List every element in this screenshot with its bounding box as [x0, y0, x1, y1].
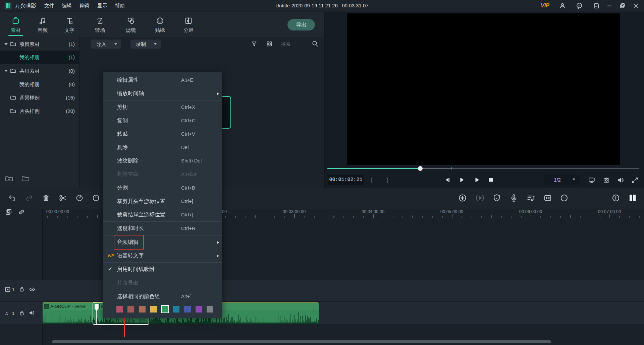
- tab-text[interactable]: 文字: [56, 16, 83, 33]
- menu-item-zoom-timeline[interactable]: 缩放时间轴: [103, 87, 222, 100]
- undo-icon[interactable]: [8, 194, 16, 202]
- new-folder-icon[interactable]: [5, 175, 13, 182]
- tree-item-background-samples[interactable]: 背景样例 (15): [0, 91, 79, 104]
- add-to-timeline-icon[interactable]: [5, 208, 12, 216]
- color-swatch[interactable]: [150, 306, 157, 313]
- close-button[interactable]: [633, 2, 640, 9]
- voiceover-mic-icon[interactable]: [509, 194, 518, 202]
- seek-bar[interactable]: [327, 168, 639, 169]
- snapshot-icon[interactable]: [603, 177, 610, 184]
- color-swatch[interactable]: [127, 306, 134, 313]
- fullscreen-icon[interactable]: [631, 177, 639, 184]
- grid-view-icon[interactable]: [266, 41, 273, 47]
- search-input[interactable]: [281, 40, 308, 48]
- next-frame-button[interactable]: [459, 177, 465, 183]
- search-icon[interactable]: [311, 40, 319, 47]
- color-swatch[interactable]: [173, 306, 179, 313]
- menu-item-speech-to-text[interactable]: VIP 语音转文字: [103, 249, 222, 262]
- playhead-line[interactable]: [124, 318, 125, 337]
- caret-down-icon[interactable]: [4, 43, 8, 45]
- menu-help[interactable]: 帮助: [115, 3, 125, 9]
- audio-clip[interactable]: ♫A-GROUP - Verve: [43, 302, 93, 324]
- menu-edit[interactable]: 编辑: [62, 3, 72, 9]
- menu-item-split[interactable]: 分割 Ctrl+B: [103, 181, 222, 195]
- import-button[interactable]: 导入: [91, 40, 121, 49]
- split-scissors-icon[interactable]: [59, 194, 67, 202]
- menu-item-copy[interactable]: 复制 Ctrl+C: [103, 114, 222, 127]
- menu-item-enable-snapping[interactable]: 启用时间线吸附: [103, 263, 222, 276]
- video-lock-icon[interactable]: [19, 286, 25, 292]
- color-swatch[interactable]: [139, 306, 146, 313]
- audio-mute-icon[interactable]: [29, 310, 36, 316]
- restore-button[interactable]: [619, 2, 627, 9]
- tab-audio[interactable]: 音频: [29, 16, 56, 33]
- panel-layout-icon[interactable]: [628, 193, 637, 203]
- zoom-in-icon[interactable]: [611, 194, 620, 202]
- caret-down-icon[interactable]: [4, 70, 8, 72]
- tab-transition[interactable]: 转场: [87, 16, 113, 33]
- color-swatch[interactable]: [196, 306, 202, 313]
- tree-item-my-album-project[interactable]: 我的相册 (1): [0, 51, 79, 64]
- menu-item-edit-properties[interactable]: 编辑属性 Alt+E: [103, 73, 222, 87]
- tab-filter[interactable]: 滤镜: [117, 16, 144, 33]
- menu-view[interactable]: 显示: [97, 3, 107, 9]
- tab-media[interactable]: 素材: [2, 16, 29, 33]
- filter-effect-icon: [117, 16, 144, 26]
- tree-item-intro-samples[interactable]: 片头样例 (20): [0, 105, 79, 118]
- secondary-display-icon[interactable]: [588, 177, 595, 184]
- audio-lock-icon[interactable]: [19, 310, 25, 316]
- audio-mixer-icon[interactable]: [526, 194, 535, 202]
- account-icon[interactable]: [559, 2, 567, 9]
- preview-quality-dropdown[interactable]: 1/2: [544, 175, 580, 185]
- export-button[interactable]: 导出: [287, 19, 315, 30]
- speed-icon[interactable]: [75, 194, 84, 202]
- render-preview-icon[interactable]: [476, 194, 484, 202]
- mark-in-button[interactable]: {: [371, 175, 373, 185]
- video-visibility-icon[interactable]: [29, 286, 36, 292]
- menu-item-delete[interactable]: 删除 Del: [103, 141, 222, 154]
- menu-item-cut[interactable]: 剪切 Ctrl+X: [103, 100, 222, 114]
- playhead-pin[interactable]: [94, 303, 99, 312]
- seek-handle[interactable]: [418, 166, 423, 171]
- redo-icon[interactable]: [25, 194, 34, 202]
- menu-item-ripple-delete[interactable]: 波纹删除 Shift+Del: [103, 154, 222, 167]
- video-track-lane[interactable]: [0, 280, 644, 301]
- minimize-button[interactable]: [606, 2, 613, 9]
- tab-splitscreen[interactable]: 分屏: [175, 16, 202, 33]
- feedback-icon[interactable]: [576, 2, 583, 9]
- delete-folder-icon[interactable]: [21, 175, 30, 182]
- timeline-horizontal-scrollbar[interactable]: [52, 340, 551, 343]
- menu-item-trim-end-to-playhead[interactable]: 裁剪结尾至游标位置 Ctrl+]: [103, 208, 222, 221]
- zoom-out-icon[interactable]: [560, 194, 569, 202]
- menu-item-select-same-color-group[interactable]: 选择相同的颜色组 Alt+`: [103, 290, 222, 303]
- color-swatch-selected[interactable]: [162, 306, 168, 313]
- menu-item-paste[interactable]: 粘贴 Ctrl+V: [103, 127, 222, 141]
- fit-timeline-icon[interactable]: [543, 194, 552, 202]
- delete-clip-icon[interactable]: [42, 194, 50, 202]
- video-viewport[interactable]: [347, 13, 620, 165]
- vip-badge[interactable]: VIP: [541, 3, 549, 9]
- color-swatch[interactable]: [184, 306, 191, 313]
- stop-button[interactable]: [488, 177, 494, 183]
- record-button[interactable]: 录制: [130, 40, 161, 49]
- play-button[interactable]: [474, 177, 480, 183]
- tree-item-my-album-shared[interactable]: 我的相册 (0): [0, 78, 79, 91]
- tree-item-shared-media[interactable]: 共用素材 (0): [0, 64, 79, 77]
- audio-denoise-icon[interactable]: [458, 194, 467, 202]
- link-clips-icon[interactable]: [18, 208, 25, 216]
- tree-item-project-media[interactable]: 项目素材 (1): [0, 38, 79, 51]
- volume-icon[interactable]: [617, 177, 625, 184]
- menu-item-trim-start-to-playhead[interactable]: 裁剪开头至游标位置 Ctrl+[: [103, 195, 222, 208]
- color-swatch[interactable]: [207, 306, 213, 313]
- mark-shield-icon[interactable]: [492, 194, 501, 202]
- mark-out-button[interactable]: }: [386, 175, 388, 185]
- duration-icon[interactable]: [92, 194, 100, 202]
- filter-icon[interactable]: [251, 41, 258, 47]
- color-swatch[interactable]: [116, 306, 123, 313]
- menu-item-speed-duration[interactable]: 速度和时长 Ctrl+R: [103, 222, 222, 235]
- tab-sticker[interactable]: 贴纸: [147, 16, 173, 33]
- menu-file[interactable]: 文件: [44, 3, 54, 9]
- previous-frame-button[interactable]: [444, 177, 451, 183]
- store-icon[interactable]: [593, 2, 600, 9]
- menu-clip[interactable]: 剪辑: [79, 3, 89, 9]
